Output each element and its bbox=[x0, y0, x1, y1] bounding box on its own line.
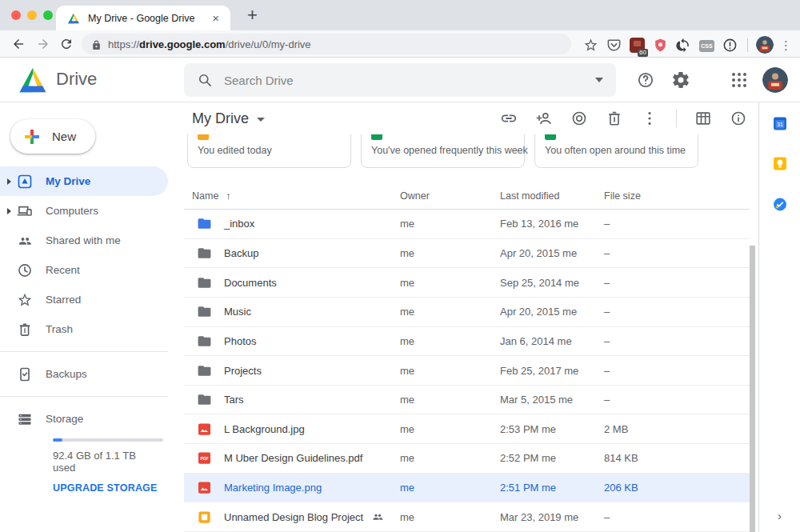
expand-caret-icon[interactable] bbox=[0, 178, 14, 185]
column-header-modified[interactable]: Last modified bbox=[500, 190, 559, 202]
search-bar[interactable] bbox=[184, 63, 616, 97]
css-extension-icon[interactable]: CSS bbox=[699, 40, 714, 52]
file-row[interactable]: Tars me Mar 5, 2015 me – bbox=[184, 386, 750, 415]
file-row[interactable]: L Background.jpg me 2:53 PM me 2 MB bbox=[184, 414, 750, 444]
file-row[interactable]: Unnamed Design Blog Project me Mar 23, 2… bbox=[184, 502, 750, 532]
reload-icon[interactable] bbox=[59, 37, 74, 51]
keep-icon[interactable] bbox=[772, 156, 787, 171]
sidebar-item-starred[interactable]: Starred bbox=[0, 285, 168, 314]
sidebar-item-label: Computers bbox=[46, 205, 98, 217]
file-owner: me bbox=[400, 365, 414, 377]
image-icon bbox=[197, 480, 212, 495]
file-owner: me bbox=[400, 218, 414, 230]
file-row[interactable]: Projects me Feb 25, 2017 me – bbox=[184, 356, 750, 386]
upgrade-storage-link[interactable]: UPGRADE STORAGE bbox=[53, 482, 158, 494]
more-vert-icon[interactable] bbox=[641, 110, 658, 127]
file-modified: 2:52 PM me bbox=[500, 452, 556, 464]
toolbar-divider bbox=[747, 38, 748, 52]
shared-people-icon bbox=[371, 510, 384, 523]
search-options-caret-icon[interactable] bbox=[595, 78, 603, 82]
column-header-name[interactable]: Name ↑ bbox=[192, 190, 231, 202]
sidebar-item-trash[interactable]: Trash bbox=[0, 314, 168, 344]
file-name: Music bbox=[224, 306, 251, 318]
extension-60-icon[interactable]: 60 bbox=[630, 38, 645, 53]
browser-tab[interactable]: My Drive - Google Drive × bbox=[56, 6, 230, 30]
drive-favicon-icon bbox=[67, 13, 80, 24]
url-omnibox[interactable]: https://drive.google.com/drive/u/0/my-dr… bbox=[82, 34, 571, 54]
close-tab-icon[interactable]: × bbox=[209, 10, 222, 26]
file-row[interactable]: Music me Apr 20, 2015 me – bbox=[184, 298, 750, 327]
multicolor-plus-icon bbox=[22, 127, 42, 146]
quick-access-card[interactable]: You edited today bbox=[187, 134, 351, 168]
column-header-size[interactable]: File size bbox=[604, 190, 641, 202]
file-name: M Uber Design Guidelines.pdf bbox=[224, 452, 362, 464]
minimize-window-button[interactable] bbox=[27, 10, 37, 20]
help-icon[interactable] bbox=[636, 70, 655, 90]
back-icon[interactable] bbox=[11, 37, 26, 51]
zoom-window-button[interactable] bbox=[43, 10, 53, 20]
close-window-button[interactable] bbox=[11, 10, 21, 20]
file-row[interactable]: Photos me Jan 6, 2014 me – bbox=[184, 327, 750, 357]
folder-icon bbox=[197, 363, 212, 378]
sort-ascending-icon[interactable]: ↑ bbox=[226, 190, 231, 202]
preview-icon[interactable] bbox=[570, 110, 588, 127]
browser-profile-avatar[interactable] bbox=[756, 36, 774, 54]
pdf-icon: PDF bbox=[197, 450, 212, 466]
file-row[interactable]: _inbox me Feb 13, 2016 me – bbox=[184, 210, 750, 239]
vertical-scrollbar[interactable] bbox=[750, 246, 755, 532]
sidebar-item-recent[interactable]: Recent bbox=[0, 255, 168, 285]
google-apps-grid-icon[interactable] bbox=[730, 70, 749, 90]
forward-icon[interactable] bbox=[36, 37, 50, 51]
delete-icon[interactable] bbox=[606, 110, 623, 127]
sidebar-item-computers[interactable]: Computers bbox=[0, 196, 168, 226]
url-path: /drive/u/0/my-drive bbox=[226, 38, 311, 50]
sidebar-item-storage[interactable]: Storage bbox=[0, 404, 168, 434]
bookmark-star-icon[interactable] bbox=[583, 38, 598, 53]
location-caret-icon bbox=[257, 118, 265, 122]
file-size: 814 KB bbox=[604, 452, 638, 464]
file-row[interactable]: Marketing Image.png me 2:51 PM me 206 KB bbox=[184, 474, 750, 503]
url-scheme: https:// bbox=[108, 38, 139, 50]
column-header-owner[interactable]: Owner bbox=[400, 190, 430, 202]
computers-icon bbox=[17, 203, 33, 219]
drive-logo-icon[interactable] bbox=[18, 66, 48, 94]
collapse-panel-chevron-icon[interactable]: › bbox=[778, 509, 782, 522]
sidebar-item-shared-with-me[interactable]: Shared with me bbox=[0, 226, 168, 255]
shared-icon bbox=[17, 233, 33, 249]
folder-icon bbox=[197, 334, 212, 349]
tasks-icon[interactable] bbox=[772, 197, 787, 212]
expand-caret-icon[interactable] bbox=[0, 208, 14, 214]
search-input[interactable] bbox=[224, 74, 595, 87]
sync-extension-icon[interactable] bbox=[676, 38, 691, 53]
file-name: _inbox bbox=[224, 218, 254, 230]
settings-gear-icon[interactable] bbox=[671, 70, 690, 90]
location-breadcrumb[interactable]: My Drive bbox=[192, 110, 265, 127]
browser-menu-icon[interactable]: ⋮ bbox=[780, 39, 792, 51]
sidebar-item-my-drive[interactable]: My Drive bbox=[0, 166, 168, 196]
lock-icon[interactable] bbox=[91, 39, 102, 50]
grid-view-icon[interactable] bbox=[694, 110, 712, 127]
pocket-extension-icon[interactable] bbox=[606, 38, 622, 53]
file-row[interactable]: Backup me Apr 20, 2015 me – bbox=[184, 239, 750, 269]
new-tab-button[interactable]: + bbox=[242, 3, 262, 27]
file-row[interactable]: Documents me Sep 25, 2014 me – bbox=[184, 268, 750, 298]
person-add-icon[interactable] bbox=[535, 110, 553, 127]
info-extension-icon[interactable] bbox=[722, 38, 738, 53]
quick-access-card[interactable]: You've opened frequently this week bbox=[361, 134, 525, 168]
sidebar-item-backups[interactable]: Backups bbox=[0, 359, 168, 389]
sidebar-item-label: My Drive bbox=[46, 175, 90, 187]
link-icon[interactable] bbox=[500, 110, 518, 127]
file-name: Marketing Image.png bbox=[224, 482, 322, 494]
search-icon[interactable] bbox=[197, 72, 213, 88]
file-owner: me bbox=[400, 423, 414, 435]
info-icon[interactable] bbox=[730, 110, 747, 127]
adguard-shield-icon[interactable] bbox=[653, 38, 668, 53]
file-row[interactable]: PDF M Uber Design Guidelines.pdf me 2:52… bbox=[184, 444, 750, 474]
account-avatar[interactable] bbox=[762, 67, 788, 93]
calendar-icon[interactable]: 31 bbox=[772, 116, 787, 131]
file-size: – bbox=[604, 511, 610, 523]
sidebar: New My Drive Computers Shared with me Re… bbox=[0, 102, 168, 532]
folder-blue-icon bbox=[197, 216, 212, 231]
new-button[interactable]: New bbox=[10, 119, 95, 154]
quick-access-card[interactable]: You often open around this time bbox=[534, 134, 698, 168]
